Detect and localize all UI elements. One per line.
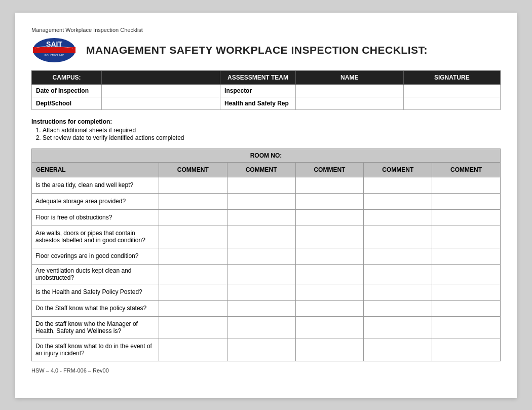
answer-7-5[interactable] bbox=[432, 284, 501, 300]
comment-header-5: COMMENT bbox=[432, 162, 501, 177]
sig-header: SIGNATURE bbox=[403, 70, 500, 84]
question-5: Floor coverings are in good condition? bbox=[32, 248, 159, 264]
sig-hsr bbox=[403, 97, 500, 109]
room-row: ROOM NO: bbox=[32, 148, 501, 162]
answer-2-4[interactable] bbox=[364, 193, 432, 209]
question-2: Adequate storage area provided? bbox=[32, 193, 159, 209]
answer-10-3[interactable] bbox=[295, 339, 364, 361]
checklist-row-5: Floor coverings are in good condition? bbox=[32, 248, 501, 264]
answer-3-1[interactable] bbox=[159, 209, 227, 226]
answer-2-2[interactable] bbox=[227, 193, 295, 209]
question-8: Do the Staff know what the policy states… bbox=[32, 300, 159, 316]
answer-2-5[interactable] bbox=[432, 193, 501, 209]
info-row-2: Dept/School Health and Safety Rep bbox=[32, 97, 501, 109]
question-4: Are walls, doors or pipes that contain a… bbox=[32, 226, 159, 248]
answer-9-3[interactable] bbox=[295, 316, 364, 339]
answer-10-5[interactable] bbox=[432, 339, 501, 361]
logo-box: SAIT POLYTECHNIC bbox=[31, 37, 77, 63]
answer-3-2[interactable] bbox=[227, 209, 295, 226]
instruction-2: Set review date to verify identified act… bbox=[43, 134, 501, 141]
answer-5-2[interactable] bbox=[227, 248, 295, 264]
comment-header-2: COMMENT bbox=[227, 162, 295, 177]
answer-6-1[interactable] bbox=[159, 264, 227, 284]
answer-6-3[interactable] bbox=[295, 264, 364, 284]
info-row-1: Date of Inspection Inspector bbox=[32, 84, 501, 97]
checklist-row-8: Do the Staff know what the policy states… bbox=[32, 300, 501, 316]
footer: HSW – 4.0 - FRM-006 – Rev00 bbox=[31, 367, 501, 374]
answer-4-4[interactable] bbox=[364, 226, 432, 248]
checklist-row-10: Do the staff know what to do in the even… bbox=[32, 339, 501, 361]
answer-8-3[interactable] bbox=[295, 300, 364, 316]
answer-5-4[interactable] bbox=[364, 248, 432, 264]
question-7: Is the Health and Safety Policy Posted? bbox=[32, 284, 159, 300]
general-row: GENERAL COMMENT COMMENT COMMENT COMMENT … bbox=[32, 162, 501, 177]
doc-title: Management Workplace Inspection Checklis… bbox=[31, 27, 501, 33]
team-header: ASSESSMENT TEAM bbox=[220, 70, 296, 84]
svg-text:POLYTECHNIC: POLYTECHNIC bbox=[45, 54, 64, 57]
main-title: MANAGEMENT SAFETY WORKPLACE INSPECTION C… bbox=[86, 44, 428, 56]
answer-7-4[interactable] bbox=[364, 284, 432, 300]
question-10: Do the staff know what to do in the even… bbox=[32, 339, 159, 361]
answer-10-1[interactable] bbox=[159, 339, 227, 361]
answer-2-3[interactable] bbox=[295, 193, 364, 209]
answer-3-5[interactable] bbox=[432, 209, 501, 226]
answer-8-2[interactable] bbox=[227, 300, 295, 316]
sig-inspector bbox=[403, 84, 500, 97]
answer-4-3[interactable] bbox=[295, 226, 364, 248]
instructions-list: Attach additional sheets if required Set… bbox=[43, 127, 501, 141]
comment-header-4: COMMENT bbox=[364, 162, 432, 177]
answer-5-5[interactable] bbox=[432, 248, 501, 264]
answer-6-5[interactable] bbox=[432, 264, 501, 284]
answer-6-2[interactable] bbox=[227, 264, 295, 284]
answer-1-4[interactable] bbox=[364, 177, 432, 193]
checklist-row-6: Are ventilation ducts kept clean and uno… bbox=[32, 264, 501, 284]
instruction-1: Attach additional sheets if required bbox=[43, 127, 501, 134]
answer-2-1[interactable] bbox=[159, 193, 227, 209]
name-header: NAME bbox=[295, 70, 403, 84]
answer-1-5[interactable] bbox=[432, 177, 501, 193]
answer-6-4[interactable] bbox=[364, 264, 432, 284]
answer-3-4[interactable] bbox=[364, 209, 432, 226]
answer-9-2[interactable] bbox=[227, 316, 295, 339]
checklist-row-1: Is the area tidy, clean and well kept? bbox=[32, 177, 501, 193]
answer-9-4[interactable] bbox=[364, 316, 432, 339]
question-3: Floor is free of obstructions? bbox=[32, 209, 159, 226]
answer-10-4[interactable] bbox=[364, 339, 432, 361]
checklist-table: ROOM NO: GENERAL COMMENT COMMENT COMMENT… bbox=[31, 148, 501, 361]
question-1: Is the area tidy, clean and well kept? bbox=[32, 177, 159, 193]
answer-7-1[interactable] bbox=[159, 284, 227, 300]
campus-value-header bbox=[102, 70, 220, 84]
answer-1-3[interactable] bbox=[295, 177, 364, 193]
answer-8-4[interactable] bbox=[364, 300, 432, 316]
answer-8-1[interactable] bbox=[159, 300, 227, 316]
question-6: Are ventilation ducts kept clean and uno… bbox=[32, 264, 159, 284]
answer-9-1[interactable] bbox=[159, 316, 227, 339]
answer-1-2[interactable] bbox=[227, 177, 295, 193]
campus-header: CAMPUS: bbox=[32, 70, 102, 84]
team-inspector: Inspector bbox=[220, 84, 296, 97]
label-doi: Date of Inspection bbox=[32, 84, 102, 97]
answer-5-3[interactable] bbox=[295, 248, 364, 264]
answer-5-1[interactable] bbox=[159, 248, 227, 264]
info-table: CAMPUS: ASSESSMENT TEAM NAME SIGNATURE D… bbox=[31, 70, 501, 110]
name-inspector bbox=[295, 84, 403, 97]
answer-4-5[interactable] bbox=[432, 226, 501, 248]
sait-logo: SAIT POLYTECHNIC bbox=[31, 37, 77, 63]
question-9: Do the staff know who the Manager of Hea… bbox=[32, 316, 159, 339]
label-dept: Dept/School bbox=[32, 97, 102, 109]
checklist-row-9: Do the staff know who the Manager of Hea… bbox=[32, 316, 501, 339]
answer-7-3[interactable] bbox=[295, 284, 364, 300]
value-doi bbox=[102, 84, 220, 97]
answer-4-2[interactable] bbox=[227, 226, 295, 248]
answer-1-1[interactable] bbox=[159, 177, 227, 193]
answer-8-5[interactable] bbox=[432, 300, 501, 316]
value-dept bbox=[102, 97, 220, 109]
answer-3-3[interactable] bbox=[295, 209, 364, 226]
team-hsr: Health and Safety Rep bbox=[220, 97, 296, 109]
answer-4-1[interactable] bbox=[159, 226, 227, 248]
checklist-row-2: Adequate storage area provided? bbox=[32, 193, 501, 209]
answer-7-2[interactable] bbox=[227, 284, 295, 300]
answer-10-2[interactable] bbox=[227, 339, 295, 361]
answer-9-5[interactable] bbox=[432, 316, 501, 339]
page: Management Workplace Inspection Checklis… bbox=[15, 13, 517, 398]
